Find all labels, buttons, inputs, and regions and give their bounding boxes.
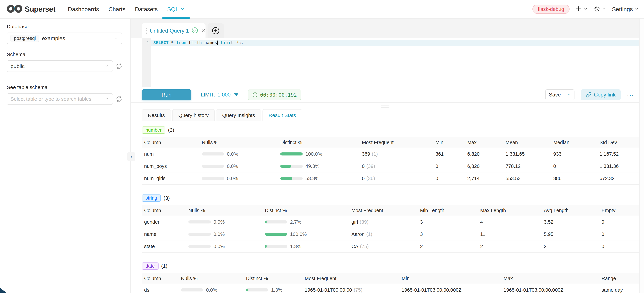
chevron-down-icon — [584, 6, 588, 12]
limit-dropdown[interactable]: LIMIT: 1 000 — [201, 92, 238, 98]
table-row: num_girls0.0%53.3%0(36)02,714553.5338667… — [142, 172, 639, 184]
type-tag-row: date(1) — [142, 262, 639, 270]
save-button[interactable]: Save — [545, 89, 564, 100]
close-tab-icon[interactable] — [201, 28, 206, 33]
more-actions-button[interactable]: ... — [627, 92, 634, 98]
pane-resize-handle[interactable] — [131, 103, 639, 109]
percent-cell: 49.3% — [278, 160, 360, 172]
collapse-sidebar-button[interactable]: ‹ — [127, 152, 135, 161]
superset-logo[interactable]: Superset — [7, 4, 55, 14]
column-header: Column — [142, 137, 200, 148]
table-select[interactable]: Select table or type to search tables — [7, 93, 113, 105]
query-timer-value: 00:00:00.192 — [260, 92, 297, 98]
stat-value-cell: 1,167.52 — [597, 148, 639, 160]
percent-bar: 1.3% — [265, 244, 349, 249]
percent-value: 2.7% — [290, 219, 301, 225]
column-name: state — [142, 240, 186, 252]
sql-code-editor[interactable]: 1 SELECT * from birth_names limit 75; — [131, 38, 639, 87]
nav-item-dashboards[interactable]: Dashboards — [63, 0, 104, 18]
tab-query-insights[interactable]: Query Insights — [216, 109, 261, 122]
stat-value-cell: 0 — [599, 228, 639, 240]
column-count: (1) — [161, 263, 168, 269]
stat-value-cell: 2 — [542, 240, 599, 252]
settings-label: Settings — [612, 6, 633, 12]
tab-results[interactable]: Results — [142, 109, 171, 122]
chevron-down-icon — [634, 6, 639, 12]
run-query-button[interactable]: Run — [142, 89, 191, 100]
percent-cell: 100.0% — [278, 148, 360, 160]
query-tab[interactable]: Untitled Query 1 — [142, 24, 206, 38]
header-row: ColumnNulls %Distinct %Most FrequentMinM… — [142, 137, 639, 148]
most-frequent-cell: Aaron(1) — [349, 228, 418, 240]
add-query-tab-button[interactable] — [208, 24, 224, 38]
percent-value: 0.0% — [214, 232, 225, 237]
bar-fill — [280, 152, 303, 156]
nav-item-charts[interactable]: Charts — [104, 0, 130, 18]
percent-bar: 0.0% — [202, 164, 278, 169]
bar-track — [280, 177, 303, 180]
percent-cell: 100.0% — [262, 228, 349, 240]
bar-fill — [280, 165, 291, 168]
tab-query-history[interactable]: Query history — [172, 109, 215, 122]
editor-toolbar: Run LIMIT: 1 000 00:00:00.192 Save — [131, 87, 639, 103]
column-name: num_girls — [142, 172, 200, 184]
superset-logo-icon — [7, 4, 22, 14]
theme-toggle-button[interactable] — [594, 6, 606, 13]
percent-bar: 49.3% — [280, 164, 360, 169]
column-header: Empty — [599, 205, 639, 216]
chevron-down-icon — [104, 96, 109, 102]
percent-bar: 100.0% — [265, 232, 349, 237]
column-name: gender — [142, 216, 186, 228]
most-frequent-count: (75) — [360, 244, 369, 249]
stat-value-cell: 0 — [551, 160, 597, 172]
schema-select[interactable]: public — [7, 60, 113, 72]
stats-section-string: string(3)ColumnNulls %Distinct %Most Fre… — [142, 194, 639, 253]
tab-result-stats[interactable]: Result Stats — [262, 109, 302, 122]
stat-value-cell: 0 — [433, 160, 465, 172]
save-split-button: Save — [545, 89, 574, 100]
sql-editor-pane: Untitled Query 1 1 SEL — [131, 19, 639, 293]
most-frequent-cell: 1965-01-01T00:00:00(75) — [302, 284, 399, 293]
refresh-tables-icon[interactable] — [116, 96, 122, 102]
sql-token: from — [176, 40, 186, 45]
link-icon — [586, 92, 592, 98]
type-tag-row: number(3) — [142, 126, 639, 134]
page-scrollbar[interactable] — [639, 19, 644, 293]
percent-bar: 0.0% — [202, 176, 278, 181]
bar-fill — [265, 220, 266, 224]
most-frequent-cell: 0(39) — [360, 160, 433, 172]
sql-token: limit — [220, 40, 233, 45]
percent-value: 0.0% — [214, 219, 225, 225]
database-engine-tag: postgresql — [10, 34, 39, 42]
stat-value-cell: 11 — [478, 228, 542, 240]
stat-value-cell: 933 — [551, 148, 597, 160]
nav-item-sql[interactable]: SQL — [162, 0, 190, 18]
bar-track — [265, 233, 287, 236]
copy-link-label: Copy link — [594, 92, 616, 98]
column-header: Mean — [503, 137, 551, 148]
stat-value-cell: 672.32 — [597, 172, 639, 184]
plus-icon — [575, 6, 582, 13]
percent-value: 0.0% — [227, 176, 238, 181]
most-frequent-value: CA — [352, 244, 358, 249]
copy-link-button[interactable]: Copy link — [581, 89, 620, 100]
chevron-down-icon — [114, 36, 118, 41]
save-options-caret[interactable] — [564, 89, 574, 100]
drag-handle-icon[interactable] — [146, 28, 147, 34]
stat-value-cell: 1,331.65 — [503, 148, 551, 160]
settings-menu[interactable]: Settings — [612, 6, 639, 12]
nav-item-datasets[interactable]: Datasets — [130, 0, 162, 18]
most-frequent-value: 1965-01-01T00:00:00 — [305, 287, 352, 293]
navbar-right: flask-debug — [532, 4, 639, 14]
bar-fill — [265, 245, 266, 248]
sidebar-divider — [7, 111, 122, 111]
column-header: Nulls % — [200, 137, 278, 148]
bar-track — [188, 233, 211, 236]
clock-icon — [252, 92, 258, 98]
stat-value-cell: 0 — [599, 240, 639, 252]
most-frequent-count: (39) — [366, 164, 375, 169]
refresh-schemas-icon[interactable] — [116, 63, 122, 69]
new-item-button[interactable] — [575, 6, 588, 13]
database-select[interactable]: postgresql examples — [7, 32, 122, 44]
stat-value-cell: 4 — [478, 216, 542, 228]
